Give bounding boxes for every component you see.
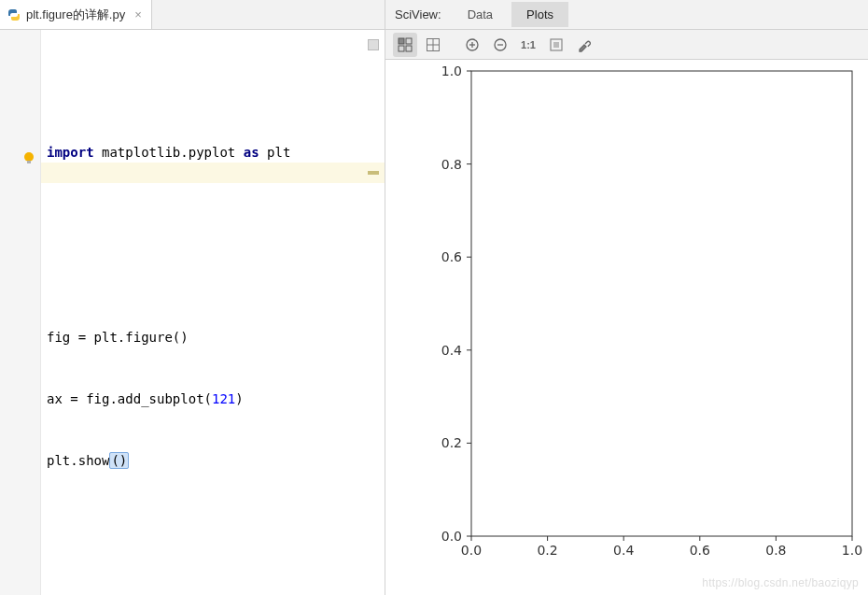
plot-area[interactable]: 0.00.20.40.60.81.00.00.20.40.60.81.0 htt…	[385, 60, 868, 595]
svg-text:1.0: 1.0	[842, 543, 862, 558]
code-token: 121	[212, 391, 235, 406]
svg-text:0.2: 0.2	[537, 543, 557, 558]
sciview-header: SciView: Data Plots	[385, 0, 868, 30]
svg-rect-16	[471, 71, 852, 536]
svg-text:0.6: 0.6	[441, 249, 462, 264]
svg-text:0.4: 0.4	[613, 543, 634, 558]
svg-text:0.6: 0.6	[690, 543, 710, 558]
actual-size-button[interactable]: 1:1	[516, 33, 540, 57]
sciview-title: SciView:	[395, 7, 449, 21]
code-token: ax	[47, 391, 63, 406]
code-analysis-indicator[interactable]	[368, 39, 379, 50]
svg-rect-5	[406, 46, 412, 51]
code-token-selected: ()	[109, 452, 129, 469]
code-token: matplotlib.pyplot	[94, 145, 244, 160]
zoom-in-icon[interactable]	[460, 33, 484, 57]
svg-text:0.8: 0.8	[765, 543, 786, 558]
svg-point-0	[24, 152, 34, 162]
code-token: )	[235, 391, 243, 406]
thumbnail-grid-icon[interactable]	[393, 33, 417, 57]
file-tab-name: plt.figure的详解.py	[26, 7, 125, 23]
svg-text:1.0: 1.0	[441, 64, 462, 78]
actual-size-label: 1:1	[521, 39, 536, 50]
svg-text:0.4: 0.4	[441, 343, 462, 358]
python-file-icon	[7, 8, 21, 21]
code-area[interactable]: import matplotlib.pyplot as plt fig = pl…	[41, 30, 385, 595]
svg-rect-1	[27, 161, 31, 163]
editor-tab-bar: plt.figure的详解.py ×	[0, 0, 385, 30]
file-tab[interactable]: plt.figure的详解.py ×	[0, 0, 152, 29]
grid-icon[interactable]	[421, 33, 445, 57]
svg-rect-4	[399, 46, 404, 51]
code-token: plt	[259, 145, 291, 160]
code-token: as	[244, 145, 259, 160]
svg-text:0.0: 0.0	[441, 529, 462, 544]
editor-pane: plt.figure的详解.py × import matplotlib.pyp…	[0, 0, 385, 595]
plot-canvas: 0.00.20.40.60.81.00.00.20.40.60.81.0	[385, 60, 868, 595]
fit-window-icon[interactable]	[544, 33, 568, 57]
close-tab-icon[interactable]: ×	[134, 7, 142, 21]
code-token: plt.show	[47, 453, 109, 468]
tab-plots[interactable]: Plots	[511, 2, 568, 27]
svg-text:0.8: 0.8	[441, 157, 462, 172]
eyedropper-icon[interactable]	[572, 33, 596, 57]
svg-rect-3	[406, 38, 412, 44]
code-token: import	[47, 145, 94, 160]
zoom-out-icon[interactable]	[488, 33, 512, 57]
editor-gutter	[0, 30, 41, 595]
svg-rect-15	[553, 42, 559, 48]
code-token: = fig.add_subplot(	[63, 391, 212, 406]
editor-body: import matplotlib.pyplot as plt fig = pl…	[0, 30, 385, 595]
sciview-pane: SciView: Data Plots	[385, 0, 868, 595]
watermark-text: https://blog.csdn.net/baoziqyp	[702, 576, 859, 589]
intention-bulb-icon[interactable]	[22, 151, 35, 164]
code-token: fig = plt.figure()	[47, 330, 189, 345]
svg-rect-2	[399, 38, 404, 44]
tab-data[interactable]: Data	[453, 2, 508, 27]
svg-text:0.0: 0.0	[461, 543, 482, 558]
svg-text:0.2: 0.2	[441, 435, 462, 450]
sciview-toolbar: 1:1	[385, 30, 868, 60]
